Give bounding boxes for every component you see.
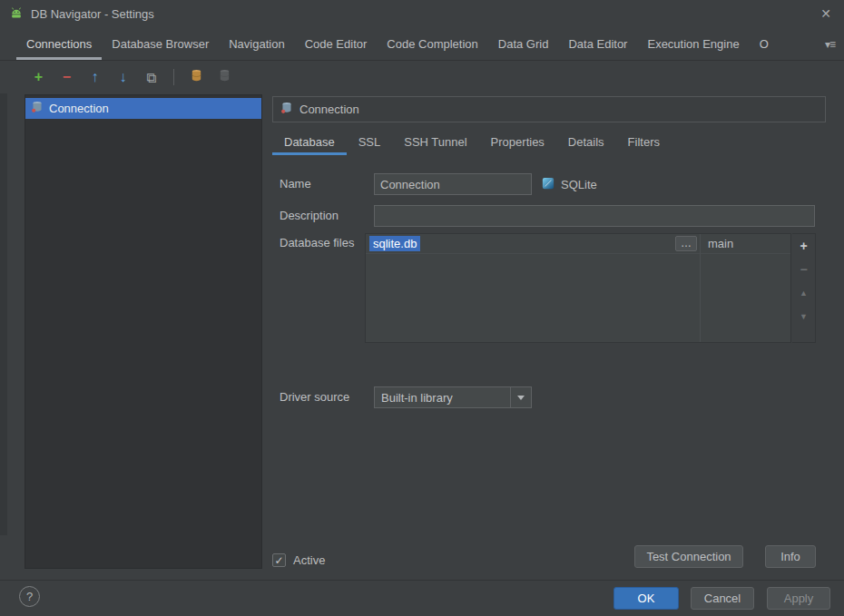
file-name-cell[interactable]: sqlite.db	[369, 236, 420, 251]
name-input[interactable]	[374, 173, 532, 195]
connection-list-item[interactable]: Connection	[25, 98, 261, 119]
active-checkbox[interactable]: ✓	[272, 553, 286, 567]
duplicate-db-icon[interactable]	[189, 69, 204, 85]
left-edge-strip	[0, 93, 7, 535]
schema-cell[interactable]: main	[708, 234, 733, 253]
window-title: DB Navigator - Settings	[31, 7, 154, 21]
toolbar-separator	[173, 69, 174, 85]
driver-source-value: Built-in library	[375, 391, 510, 405]
description-input[interactable]	[374, 205, 815, 227]
file-move-up-icon[interactable]: ▲	[792, 281, 815, 305]
connections-toolbar: + − ↑ ↓ ⧉	[0, 61, 844, 93]
connection-header-title: Connection	[299, 103, 359, 116]
description-label: Description	[280, 205, 339, 227]
cancel-button[interactable]: Cancel	[691, 587, 754, 610]
sqlite-icon	[542, 177, 554, 192]
tab-database[interactable]: Database	[272, 128, 347, 155]
browse-file-button[interactable]: …	[675, 236, 697, 251]
tab-connections[interactable]: Connections	[16, 27, 102, 60]
file-add-icon[interactable]: +	[792, 234, 815, 258]
file-remove-icon[interactable]: −	[792, 258, 815, 281]
tab-properties[interactable]: Properties	[479, 128, 556, 155]
check-icon: ✓	[274, 555, 283, 566]
files-table-side-toolbar: + − ▲ ▼	[792, 233, 816, 343]
close-icon[interactable]: ✕	[820, 0, 831, 27]
database-files-table[interactable]: sqlite.db … main	[365, 233, 791, 343]
connection-detail-tabs: Database SSL SSH Tunnel Properties Detai…	[272, 128, 826, 155]
active-checkbox-label: Active	[293, 553, 325, 567]
tab-navigation[interactable]: Navigation	[219, 27, 294, 60]
settings-tab-bar: Connections Database Browser Navigation …	[0, 27, 844, 61]
db-type-badge: SQLite	[542, 173, 597, 195]
move-down-icon[interactable]: ↓	[115, 70, 131, 84]
file-move-down-icon[interactable]: ▼	[792, 305, 815, 328]
tab-database-browser[interactable]: Database Browser	[102, 27, 219, 60]
tab-code-editor[interactable]: Code Editor	[295, 27, 378, 60]
tab-overflow-truncated[interactable]: O	[750, 27, 779, 60]
connection-header: Connection	[272, 96, 826, 122]
tab-ssh-tunnel[interactable]: SSH Tunnel	[392, 128, 478, 155]
tab-code-completion[interactable]: Code Completion	[377, 27, 487, 60]
tab-data-grid[interactable]: Data Grid	[488, 27, 559, 60]
name-label: Name	[280, 173, 311, 195]
info-button[interactable]: Info	[765, 545, 816, 568]
file-row[interactable]: sqlite.db … main	[366, 234, 790, 254]
copy-connection-icon[interactable]: ⧉	[143, 71, 159, 84]
database-files-label: Database files	[280, 232, 354, 254]
settings-dialog: DB Navigator - Settings ✕ Connections Da…	[0, 0, 844, 616]
title-bar: DB Navigator - Settings ✕	[0, 0, 844, 27]
driver-source-label: Driver source	[280, 386, 349, 408]
ok-button[interactable]: OK	[613, 587, 679, 610]
app-android-icon	[9, 5, 24, 23]
db-type-label: SQLite	[561, 178, 597, 191]
tab-data-editor[interactable]: Data Editor	[558, 27, 637, 60]
add-connection-icon[interactable]: +	[31, 70, 46, 84]
connection-db-icon	[31, 101, 44, 116]
remove-connection-icon[interactable]: −	[59, 70, 74, 84]
table-column-divider	[700, 234, 701, 342]
connection-list-item-label: Connection	[49, 102, 109, 115]
tab-details[interactable]: Details	[556, 128, 616, 155]
driver-source-select[interactable]: Built-in library	[374, 386, 532, 408]
move-up-icon[interactable]: ↑	[87, 70, 103, 84]
active-checkbox-row: ✓ Active	[272, 549, 325, 572]
tab-filters[interactable]: Filters	[616, 128, 672, 155]
tabs-overflow-menu-icon[interactable]: ▾≡	[825, 27, 835, 61]
connections-list-panel[interactable]: Connection	[25, 94, 262, 569]
connection-header-db-icon	[280, 102, 293, 117]
tab-ssl[interactable]: SSL	[347, 128, 393, 155]
paste-db-icon[interactable]	[217, 69, 232, 85]
footer-divider	[0, 580, 844, 581]
chevron-down-icon	[517, 396, 525, 400]
combo-arrow-zone[interactable]	[510, 387, 531, 407]
test-connection-button[interactable]: Test Connection	[634, 545, 743, 568]
apply-button[interactable]: Apply	[767, 587, 830, 610]
help-button[interactable]: ?	[19, 586, 40, 607]
tab-execution-engine[interactable]: Execution Engine	[637, 27, 749, 60]
